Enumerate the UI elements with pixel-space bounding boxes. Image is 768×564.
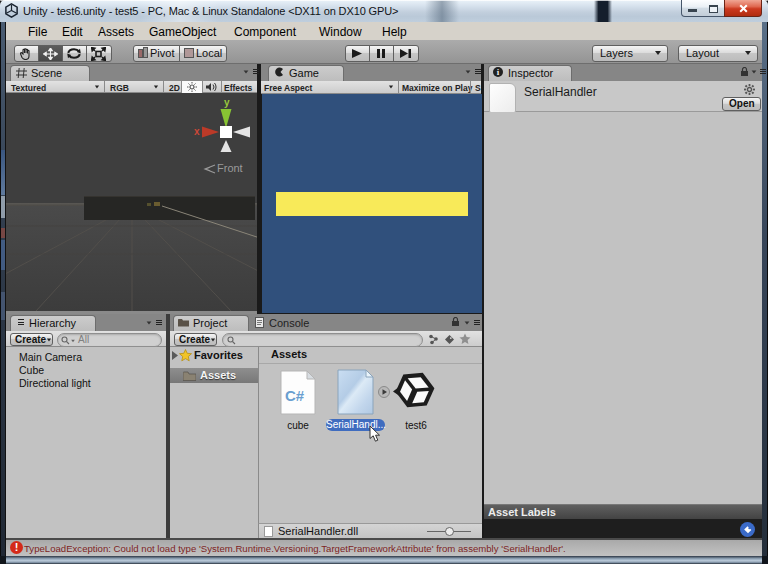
svg-text:x: x — [194, 126, 200, 137]
svg-text:C#: C# — [285, 387, 305, 404]
svg-text:y: y — [224, 97, 230, 108]
